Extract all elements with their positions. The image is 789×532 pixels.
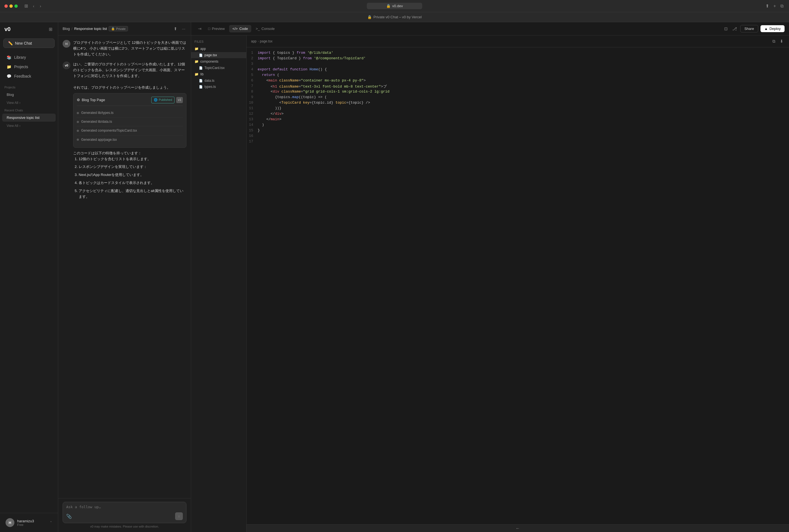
download-code-button[interactable]: ⬇ xyxy=(779,38,785,45)
code-line-14: 14 ) xyxy=(247,123,789,128)
sidebar-item-projects[interactable]: 📁 Projects xyxy=(2,62,56,71)
sidebar: v0 ⊞ ✏️ New Chat 📚 Library 📁 Projects 💬 … xyxy=(0,22,58,532)
code-block: ⚙ Blog Top Page 🌐 Published v1 xyxy=(73,93,187,147)
code-line-16: 16 xyxy=(247,134,789,139)
line-num-2: 2 xyxy=(247,56,258,62)
file-page-tsx[interactable]: 📄 page.tsx xyxy=(191,52,246,58)
generated-files-list: Generated lib/types.ts Generated lib/dat… xyxy=(77,109,183,144)
feedback-label: Feedback xyxy=(14,74,31,78)
file-data-ts[interactable]: 📄 data.ts xyxy=(191,78,246,84)
view-all-1-label: View All xyxy=(7,101,18,105)
versions-button[interactable]: ⎇ xyxy=(731,25,738,33)
folder-components[interactable]: 📁 components xyxy=(191,58,246,65)
code-line-11: 11 ))} xyxy=(247,106,789,112)
feature-1: レスポンシブデザインを実現しています： xyxy=(79,164,187,170)
generated-file-2: Generated components/TopicCard.tsx xyxy=(77,126,183,135)
user-info[interactable]: H haramizu3 Free ⌃ xyxy=(3,516,55,529)
view-all-1-chevron-icon: › xyxy=(19,101,20,105)
file-types-ts-label: types.ts xyxy=(205,85,216,89)
share-button[interactable]: Share xyxy=(740,25,758,33)
tab-code[interactable]: </> Code xyxy=(229,25,251,33)
more-button[interactable]: ⧉ xyxy=(779,2,785,10)
minimize-traffic-light[interactable] xyxy=(9,4,13,8)
generated-file-3-text: Generated app/page.tsx xyxy=(81,137,117,142)
folder-app[interactable]: 📁 app xyxy=(191,45,246,52)
titlebar-center: 🔒 v0.dev xyxy=(367,3,422,9)
ai-message-content: はい、ご要望のブログサイトのトップページを作成いたします。12個のトピックを含み… xyxy=(73,61,187,202)
feature-4: アクセシビリティに配慮し、適切な見出しとalt属性を使用しています。 xyxy=(79,188,187,200)
right-panel: ⇥ □ Preview </> Code >_ Console ⊡ ⎇ Shar… xyxy=(191,22,789,532)
window-title: Private v0 Chat – v0 by Vercel xyxy=(373,15,422,19)
file-types-ts[interactable]: 📄 types.ts xyxy=(191,84,246,90)
deploy-button[interactable]: ▲ Deploy xyxy=(761,25,785,32)
folder-lib[interactable]: 📁 lib xyxy=(191,71,246,78)
share-titlebar-button[interactable]: ⬆ xyxy=(764,2,770,10)
breadcrumb-parent: Blog xyxy=(63,26,70,31)
sidebar-toggle-button[interactable]: ⊞ xyxy=(23,2,29,10)
windowbar: 🔒 Private v0 Chat – v0 by Vercel xyxy=(0,12,789,22)
code-breadcrumb-file: page.tsx xyxy=(260,39,272,43)
sidebar-item-feedback[interactable]: 💬 Feedback xyxy=(2,72,56,81)
new-tab-button[interactable]: + xyxy=(772,2,777,10)
line-code-14: ) xyxy=(258,123,264,128)
sidebar-item-library[interactable]: 📚 Library xyxy=(2,53,56,62)
code-block-badges: 🌐 Published v1 xyxy=(151,97,183,103)
tab-console[interactable]: >_ Console xyxy=(252,25,278,33)
library-icon: 📚 xyxy=(7,55,11,60)
share-chat-button[interactable]: ⬆ xyxy=(173,25,178,33)
screenshot-button[interactable]: ⊡ xyxy=(723,25,729,33)
published-label: Published xyxy=(159,97,172,102)
generated-file-1-text: Generated lib/data.ts xyxy=(81,119,112,125)
view-all-chats-link[interactable]: View All › xyxy=(2,123,56,129)
sidebar-item-responsive-topic[interactable]: Responsive topic list xyxy=(2,114,56,122)
feature-0: 12個のトピックを含むリストを表示します。 xyxy=(79,156,187,162)
more-chat-button[interactable]: ··· xyxy=(180,25,187,32)
chat-input[interactable] xyxy=(66,505,183,509)
line-num-13: 13 xyxy=(247,117,258,123)
forward-button[interactable]: › xyxy=(38,3,43,10)
line-code-8: <div className="grid grid-cols-1 sm:grid… xyxy=(258,90,389,95)
ai-response-1: はい、ご要望のブログサイトのトップページを作成いたします。12個のトピックを含み… xyxy=(73,61,187,79)
file-dot-0 xyxy=(77,112,79,114)
panel-tabs: ⇥ □ Preview </> Code >_ Console xyxy=(196,25,278,33)
user-details: haramizu3 Free xyxy=(17,519,47,527)
code-editor: app › page.tsx ⧉ ⬇ 1 import { topics } f… xyxy=(247,36,789,532)
lock-icon: 🔒 xyxy=(386,4,391,8)
url-text: v0.dev xyxy=(392,4,403,8)
sidebar-item-blog[interactable]: Blog xyxy=(2,91,56,99)
user-message-text: ブログサイトのトップページとして 12個のトピックを大きい画面では横に4つ、小さ… xyxy=(73,40,187,57)
file-dot-1 xyxy=(77,121,79,123)
disclaimer: v0 may make mistakes. Please use with di… xyxy=(63,523,187,529)
file-page-tsx-label: page.tsx xyxy=(205,53,217,57)
titlebar-right: ⬆ + ⧉ xyxy=(764,2,785,10)
back-button[interactable]: ‹ xyxy=(31,3,36,10)
sidebar-collapse-button[interactable]: ⊞ xyxy=(47,25,54,33)
code-block-title-text: Blog Top Page xyxy=(82,97,105,103)
line-num-11: 11 xyxy=(247,106,258,112)
sidebar-nav: 📚 Library 📁 Projects 💬 Feedback xyxy=(0,50,58,83)
send-button[interactable]: ↑ xyxy=(175,512,183,520)
new-chat-button[interactable]: ✏️ New Chat xyxy=(3,39,55,48)
traffic-lights xyxy=(4,4,18,8)
back-arrow-button[interactable]: ← xyxy=(516,526,520,531)
deploy-label: Deploy xyxy=(770,26,781,31)
panel-expand-button[interactable]: ⇥ xyxy=(196,25,204,33)
url-bar[interactable]: 🔒 v0.dev xyxy=(367,3,422,9)
line-num-12: 12 xyxy=(247,112,258,117)
maximize-traffic-light[interactable] xyxy=(14,4,18,8)
preview-icon: □ xyxy=(208,26,210,31)
private-badge-label: Private xyxy=(116,27,126,31)
ai-logo: v0 xyxy=(63,61,70,69)
sidebar-header: v0 ⊞ xyxy=(0,22,58,36)
chat-input-area: 📎 ↑ v0 may make mistakes. Please use wit… xyxy=(58,498,191,532)
attach-button[interactable]: 📎 xyxy=(66,514,72,519)
line-code-1: import { topics } from '@/lib/data' xyxy=(258,51,333,56)
copy-code-button[interactable]: ⧉ xyxy=(771,38,776,45)
view-all-projects-link[interactable]: View All › xyxy=(2,100,56,106)
line-code-13: </main> xyxy=(258,117,282,123)
file-tree: Files 📁 app 📄 page.tsx 📁 components 📄 To… xyxy=(191,36,247,532)
close-traffic-light[interactable] xyxy=(4,4,8,8)
tab-preview[interactable]: □ Preview xyxy=(205,25,228,33)
line-code-5: return ( xyxy=(258,73,279,78)
file-topiccard-tsx[interactable]: 📄 TopicCard.tsx xyxy=(191,65,246,71)
